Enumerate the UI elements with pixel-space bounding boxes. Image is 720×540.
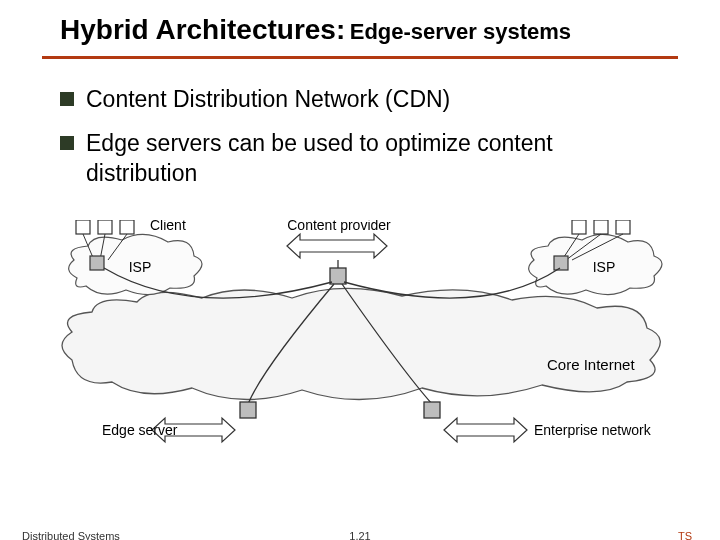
footer-left: Distributed Systems bbox=[22, 530, 120, 540]
isp-right-label: ISP bbox=[593, 259, 616, 275]
slide-title: Hybrid Architectures: Edge-server system… bbox=[0, 0, 720, 50]
bullet-text: Content Distribution Network (CDN) bbox=[86, 85, 450, 115]
edge-server-right-icon bbox=[554, 256, 568, 270]
svg-rect-2 bbox=[120, 220, 134, 234]
diagram: ISP ISP Client bbox=[42, 220, 678, 460]
bullet-text: Edge servers can be used to optimize con… bbox=[86, 129, 670, 189]
client-boxes-right bbox=[572, 220, 630, 234]
core-internet-label: Core Internet bbox=[547, 356, 635, 373]
title-main: Hybrid Architectures: bbox=[60, 14, 345, 45]
svg-rect-8 bbox=[616, 220, 630, 234]
edge-server-left-icon bbox=[90, 256, 104, 270]
bottom-left-server-icon bbox=[240, 402, 256, 418]
enterprise-network-label: Enterprise network bbox=[534, 422, 652, 438]
bullet-item: Content Distribution Network (CDN) bbox=[60, 85, 670, 115]
enterprise-network-arrow-icon bbox=[444, 418, 527, 442]
bottom-right-server-icon bbox=[424, 402, 440, 418]
edge-server-label: Edge server bbox=[102, 422, 178, 438]
footer-right: TS bbox=[678, 530, 692, 540]
bullet-list: Content Distribution Network (CDN) Edge … bbox=[0, 59, 720, 189]
client-label: Client bbox=[150, 220, 186, 233]
bullet-square-icon bbox=[60, 136, 74, 150]
svg-rect-6 bbox=[572, 220, 586, 234]
title-sub: Edge-server systems bbox=[350, 19, 571, 44]
footer-center: 1.21 bbox=[349, 530, 370, 540]
content-provider-label: Content provider bbox=[287, 220, 391, 233]
svg-rect-1 bbox=[98, 220, 112, 234]
isp-left-label: ISP bbox=[129, 259, 152, 275]
center-server-icon bbox=[330, 268, 346, 284]
svg-rect-0 bbox=[76, 220, 90, 234]
bullet-item: Edge servers can be used to optimize con… bbox=[60, 129, 670, 189]
svg-rect-7 bbox=[594, 220, 608, 234]
core-internet-cloud bbox=[62, 288, 660, 399]
content-provider-arrow-icon bbox=[287, 234, 387, 258]
client-boxes-left bbox=[76, 220, 134, 234]
bullet-square-icon bbox=[60, 92, 74, 106]
